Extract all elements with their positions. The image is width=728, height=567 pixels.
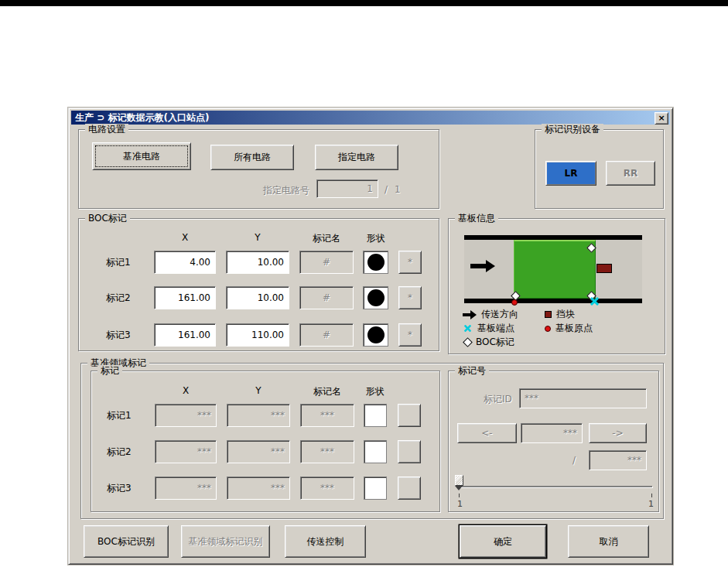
group-boc-marks: BOC标记 X Y 标记名 形状 标记1 4.00 10.00 # * 标记2 … — [78, 218, 439, 351]
slider-tick-left — [459, 494, 460, 497]
ok-button[interactable]: 确定 — [460, 525, 546, 558]
ref-row2-y-input: *** — [227, 440, 290, 463]
all-circuits-button[interactable]: 所有电路 — [210, 145, 294, 170]
stopper-icon — [596, 264, 612, 273]
title-bar: 生产 ⊃ 标记数据示教(入口站点) — [71, 111, 670, 125]
ref-row3-y-input: *** — [227, 476, 290, 500]
page-top-strip — [0, 0, 728, 6]
ref-row2-label: 标记2 — [107, 440, 132, 463]
board-endpoint-icon — [463, 324, 472, 333]
boc-row3-y-input[interactable]: 110.00 — [226, 323, 289, 347]
transfer-direction-arrow-icon — [470, 260, 495, 272]
legend-stopper: 挡块 — [545, 308, 575, 321]
boc-row3-shape-box — [363, 323, 388, 347]
slider-tick-right — [651, 494, 652, 497]
specify-circuit-no-label: 指定电路号 — [263, 184, 309, 197]
mark-id-field: *** — [519, 388, 647, 408]
boc-row2-shape-box — [363, 286, 388, 309]
stopper-icon — [545, 311, 552, 318]
next-mark-button: -> — [589, 423, 647, 443]
legend-endpoint: 基板端点 — [463, 322, 514, 335]
group-reference-area-marks: 基准领域标记 标记 X Y 标记名 形状 标记1 *** *** *** 标记2… — [80, 363, 664, 519]
boc-row1-x-input[interactable]: 4.00 — [154, 251, 216, 274]
ref-header-y: Y — [227, 385, 290, 396]
board-origin-icon — [511, 299, 518, 306]
boc-row2-name-field: # — [299, 286, 354, 309]
ref-row1-y-input: *** — [227, 404, 290, 427]
boc-header-shape: 形状 — [363, 232, 388, 245]
boc-header-name: 标记名 — [299, 232, 354, 245]
ref-row3-shape-box — [364, 476, 387, 500]
ref-header-shape: 形状 — [362, 385, 388, 398]
legend-boc-mark-label: BOC标记 — [476, 336, 514, 349]
boc-row2-x-input[interactable]: 161.00 — [154, 286, 216, 309]
legend-stopper-label: 挡块 — [556, 308, 575, 321]
specify-circuit-no-input: 1 — [316, 179, 378, 198]
ref-row1-shape-box — [364, 404, 387, 427]
boc-mark-icon — [463, 337, 473, 347]
mark-slider-track[interactable] — [459, 486, 652, 487]
boc-row3-x-input[interactable]: 161.00 — [154, 323, 216, 347]
mark-slider-thumb[interactable] — [455, 475, 463, 490]
ref-row1-label: 标记1 — [107, 404, 132, 427]
cancel-button[interactable]: 取消 — [568, 525, 649, 558]
legend-transfer-label: 传送方向 — [481, 308, 518, 321]
ref-row2-extra-button — [398, 440, 421, 463]
boc-row2-extra-button: * — [398, 286, 422, 309]
group-board-info-title: 基板信息 — [455, 213, 498, 224]
transfer-direction-arrow-icon — [463, 310, 477, 319]
boc-row2-y-input[interactable]: 10.00 — [226, 286, 289, 309]
group-reference-marks-title: 标记 — [97, 365, 122, 376]
slider-min-label: 1 — [457, 499, 463, 509]
boc-row2-label: 标记2 — [106, 286, 131, 309]
specify-circuit-separator: / — [385, 184, 388, 195]
rr-button: RR — [606, 161, 655, 186]
specify-circuit-button[interactable]: 指定电路 — [315, 145, 398, 170]
legend-endpoint-label: 基板端点 — [477, 322, 514, 335]
prev-mark-button: <- — [457, 423, 517, 443]
close-icon[interactable]: × — [655, 112, 668, 125]
board-rect — [514, 240, 596, 299]
ref-header-x: X — [155, 385, 217, 396]
boc-row1-name-field: # — [299, 251, 354, 274]
conveyor-rail-bottom — [464, 299, 642, 303]
boc-row3-name-field: # — [299, 323, 354, 347]
specify-circuit-total: 1 — [395, 184, 401, 195]
window-title: 生产 ⊃ 标记数据示教(入口站点) — [75, 111, 209, 125]
transfer-control-button[interactable]: 传送控制 — [285, 525, 366, 558]
board-diagram — [464, 235, 642, 303]
slider-max-label: 1 — [648, 499, 654, 509]
ref-row3-label: 标记3 — [107, 476, 132, 500]
boc-row3-extra-button: * — [398, 323, 422, 347]
circle-shape-icon — [367, 326, 385, 343]
legend-boc-mark: BOC标记 — [464, 336, 514, 349]
total-marks-field: *** — [589, 450, 647, 470]
boc-row1-y-input[interactable]: 10.00 — [226, 251, 289, 274]
group-circuit-settings-title: 电路设置 — [85, 124, 128, 135]
ref-row1-name-field: *** — [300, 404, 354, 427]
base-circuit-button[interactable]: 基准电路 — [92, 142, 191, 170]
group-board-info: 基板信息 传送方向 挡块 基板端点 基板原点 — [448, 218, 665, 354]
legend-origin: 基板原点 — [545, 322, 593, 335]
group-reference-marks: 标记 X Y 标记名 形状 标记1 *** *** *** 标记2 *** **… — [91, 371, 440, 512]
group-mark-number: 标记号 标记ID *** <- *** -> / *** 1 1 — [448, 371, 659, 512]
boc-row3-label: 标记3 — [106, 323, 131, 347]
group-mark-recognition-title: 标记识别设备 — [542, 124, 603, 135]
ref-row3-x-input: *** — [155, 476, 217, 500]
ref-header-name: 标记名 — [300, 385, 354, 398]
legend-origin-label: 基板原点 — [555, 322, 593, 335]
ref-row3-extra-button — [398, 476, 421, 500]
boc-header-x: X — [154, 232, 216, 243]
boc-row1-extra-button: * — [398, 251, 422, 274]
mark-id-label: 标记ID — [484, 393, 512, 406]
ref-row2-shape-box — [364, 440, 387, 463]
lr-button[interactable]: LR — [545, 161, 596, 186]
boc-mark-recognition-button[interactable]: BOC标记识别 — [84, 525, 169, 558]
boc-row1-label: 标记1 — [106, 251, 131, 274]
boc-header-y: Y — [226, 232, 289, 243]
group-mark-number-title: 标记号 — [455, 365, 489, 376]
ref-row1-x-input: *** — [155, 404, 217, 427]
board-origin-icon — [545, 326, 551, 332]
reference-area-recognition-button: 基准领域标记识别 — [181, 525, 270, 558]
ref-row3-name-field: *** — [300, 476, 354, 500]
